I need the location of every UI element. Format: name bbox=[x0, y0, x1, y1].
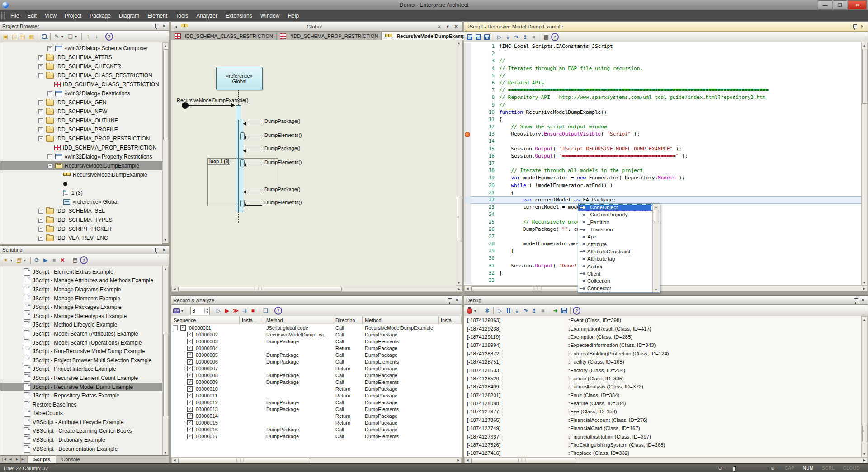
breakpoint-margin[interactable] bbox=[464, 138, 471, 145]
code-line[interactable]: 28 modelEnumerator.moveNext(); bbox=[464, 240, 861, 248]
tree-expander-icon[interactable]: + bbox=[38, 100, 43, 105]
column-header[interactable]: Method bbox=[264, 316, 333, 324]
new-package-button[interactable]: ▣ bbox=[2, 33, 9, 41]
step-over2-button[interactable]: ↷ bbox=[522, 307, 529, 315]
tab-scripts[interactable]: Scripts bbox=[28, 456, 56, 463]
debug-row[interactable]: [-1874128751]::Facility (Class, ID=168) bbox=[464, 358, 861, 366]
help-button[interactable]: ? bbox=[105, 33, 113, 41]
table-row[interactable]: ✓00000005DumpPackageCallDumpPackage bbox=[171, 351, 462, 358]
dropdown-arrow-icon[interactable]: ▾ bbox=[24, 258, 28, 262]
tree-item[interactable]: +IDD_SCRIPT_PICKER bbox=[0, 224, 162, 234]
tree-expander-icon[interactable]: − bbox=[38, 73, 43, 78]
code-line[interactable]: 26 DumpPackage( "", currentModel ); bbox=[464, 226, 861, 233]
record-button[interactable]: ▶ bbox=[223, 307, 231, 315]
table-row[interactable]: −✓00000001JScript global codeCallRecursi… bbox=[171, 324, 462, 331]
tree-item[interactable]: «reference» Global bbox=[0, 197, 162, 206]
step-into2-button[interactable]: ⤓ bbox=[504, 33, 512, 41]
script-item[interactable]: JScript - Recursive Element Count Exampl… bbox=[0, 374, 162, 383]
lifeline-head[interactable]: «reference»Global bbox=[216, 67, 263, 90]
dropdown-arrow-icon[interactable]: ▾ bbox=[181, 309, 185, 313]
menu-window[interactable]: Window bbox=[256, 11, 284, 21]
breakpoint-margin[interactable] bbox=[464, 226, 471, 233]
code-line[interactable]: 9// bbox=[464, 102, 861, 109]
code-line[interactable]: 7// ====================================… bbox=[464, 87, 861, 94]
menu-package[interactable]: Package bbox=[85, 11, 115, 21]
code-line[interactable]: 15 Session.Output( "JScript RECURSIVE MO… bbox=[464, 145, 861, 153]
breakpoint-margin[interactable] bbox=[464, 211, 471, 218]
tree-expander-icon[interactable]: + bbox=[47, 91, 52, 96]
debug-row[interactable]: [-1874128633]::Factory (Class, ID=204) bbox=[464, 366, 861, 374]
code-line[interactable]: 27 bbox=[464, 233, 861, 240]
script-item[interactable]: VBScript - Dictionary Example bbox=[0, 435, 162, 444]
tree-item[interactable]: +IDD_SCHEMA_ATTRS bbox=[0, 53, 162, 62]
code-line[interactable]: 2 bbox=[464, 50, 861, 57]
help-button[interactable]: ? bbox=[551, 33, 559, 41]
tree-item[interactable]: +IDD_SCHEMA_NEW bbox=[0, 107, 162, 116]
autocomplete-item[interactable]: _Transition bbox=[578, 226, 652, 233]
menu-file[interactable]: File bbox=[6, 11, 23, 21]
diagram-tab[interactable]: *IDD_SCHEMA_PROP_RESTRICTION bbox=[277, 32, 382, 40]
column-header[interactable]: Method bbox=[363, 316, 439, 324]
script-item[interactable]: TableCounts bbox=[0, 409, 162, 418]
record-frame-count-stepper[interactable]: 8▲▼ bbox=[190, 307, 210, 315]
stepper-arrows-icon[interactable]: ▲▼ bbox=[204, 308, 209, 313]
tree-expander-icon[interactable]: + bbox=[38, 118, 43, 123]
debug-hscrollbar[interactable]: ◀ ❘❘❘ ▶ bbox=[464, 457, 868, 463]
script-item[interactable]: JScript - Project Interface Example bbox=[0, 365, 162, 374]
dropdown-arrow-icon[interactable]: ▾ bbox=[10, 258, 14, 262]
diagram-hscrollbar[interactable]: ◀ ❘❘❘ ▶ bbox=[171, 286, 462, 292]
code-line[interactable]: 22 var currentModel as EA.Package; bbox=[464, 196, 861, 204]
new-element-button[interactable]: ▤ bbox=[19, 33, 27, 41]
autocomplete-item[interactable]: AttributeConstraint bbox=[578, 248, 652, 255]
close-icon[interactable]: ✕ bbox=[162, 23, 166, 28]
code-line[interactable]: 8// Repository API - http://www.sparxsys… bbox=[464, 94, 861, 101]
script-item[interactable]: JScript - Recursive Model Dump Example bbox=[0, 383, 162, 392]
edit-button[interactable]: ✎ bbox=[53, 33, 61, 41]
table-row[interactable]: ✓00000002RecursiveModelDumpExa...CallDum… bbox=[171, 331, 462, 338]
debugger-button[interactable] bbox=[466, 307, 473, 315]
autocomplete-item[interactable]: Collection bbox=[578, 277, 652, 285]
message-label[interactable]: DumpPackage() bbox=[264, 187, 300, 192]
code-line[interactable]: 18 // Iterate through all models in the … bbox=[464, 167, 861, 174]
tree-expander-icon[interactable]: + bbox=[38, 64, 43, 69]
code-line[interactable]: 17 bbox=[464, 160, 861, 167]
debug-row[interactable]: [-1874128520]::Failure (Class, ID=305) bbox=[464, 374, 861, 383]
tree-item[interactable]: RecursiveModelDumpExample bbox=[0, 170, 162, 179]
breakpoint-margin[interactable] bbox=[464, 94, 471, 101]
tab-scroll-left-button[interactable]: ◀ bbox=[7, 456, 14, 463]
close-icon[interactable]: ✕ bbox=[454, 24, 458, 29]
collapse-up-icon[interactable]: » bbox=[436, 25, 443, 28]
debug-row[interactable]: [-1874127416]::Fireplace (Class, ID=332) bbox=[464, 449, 861, 457]
row-checkbox[interactable]: ✓ bbox=[187, 434, 193, 439]
script-item[interactable]: VBScript - Create Learning Center Books bbox=[0, 427, 162, 436]
breakpoint-margin[interactable] bbox=[464, 255, 471, 262]
pin-icon[interactable] bbox=[448, 298, 452, 302]
breakpoint-margin[interactable] bbox=[464, 153, 471, 160]
move-down-button[interactable]: ↓ bbox=[93, 33, 100, 41]
breakpoint-margin[interactable] bbox=[464, 167, 471, 174]
breakpoint-margin[interactable] bbox=[464, 277, 471, 284]
tree-item[interactable]: +IDD_SCHEMA_TYPES bbox=[0, 215, 162, 224]
code-line[interactable]: 29 } bbox=[464, 248, 861, 255]
help-button[interactable]: ? bbox=[274, 307, 282, 315]
breakpoint-margin[interactable] bbox=[464, 248, 471, 255]
table-row[interactable]: ✓00000013DumpPackageCallDumpElements bbox=[171, 406, 462, 412]
breakpoint-margin[interactable] bbox=[464, 219, 471, 226]
run-button[interactable]: ▷ bbox=[495, 33, 503, 41]
breakpoint-margin[interactable] bbox=[464, 57, 471, 65]
diagram-tab[interactable]: IDD_SCHEMA_CLASS_RESTRICTION bbox=[171, 32, 277, 40]
debug-row[interactable]: [-1874129238]::ExaminationResult (Class,… bbox=[464, 324, 861, 332]
step-out2-button[interactable]: ↥ bbox=[521, 33, 529, 41]
row-checkbox[interactable]: ✓ bbox=[180, 325, 186, 331]
row-checkbox[interactable]: ✓ bbox=[187, 379, 193, 385]
code-line[interactable]: 30 bbox=[464, 255, 861, 262]
close-icon[interactable]: ✕ bbox=[860, 24, 864, 29]
code-line[interactable]: 23 currentModel = modelEnumerator.item()… bbox=[464, 204, 861, 211]
autocomplete-item[interactable]: _Partition bbox=[578, 219, 652, 226]
dropdown-arrow-icon[interactable]: ▾ bbox=[474, 309, 478, 313]
stop-red-button[interactable]: ■ bbox=[249, 307, 257, 315]
breakpoint-margin[interactable] bbox=[464, 131, 471, 138]
row-checkbox[interactable]: ✓ bbox=[187, 400, 193, 405]
row-checkbox[interactable]: ✓ bbox=[187, 332, 193, 337]
tree-item[interactable]: +IDD_SCHEMA_SEL bbox=[0, 206, 162, 215]
